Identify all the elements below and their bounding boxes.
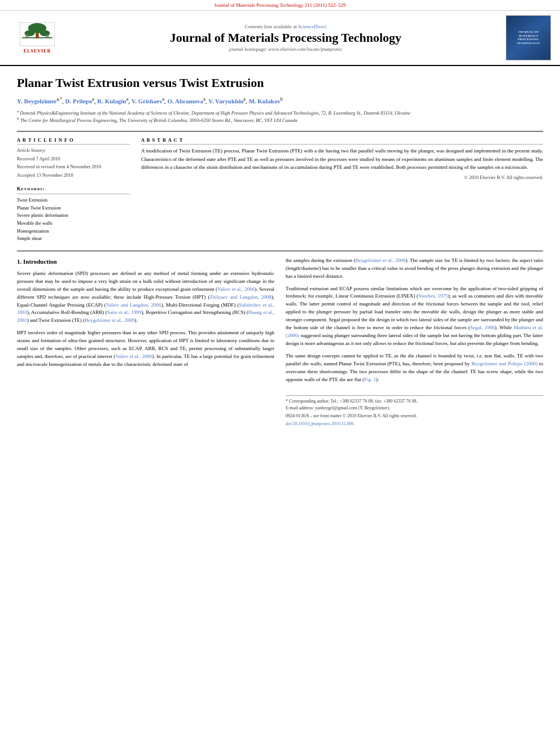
keyword-4: Movable die walls — [17, 220, 130, 228]
ref-beygelzimer-2009[interactable]: Beygelzimer et al., 2009 — [85, 317, 134, 323]
affil-b-text: The Centre for Metallurgical Process Eng… — [20, 117, 298, 123]
ref-huang-2001[interactable]: Huang et al., 2001 — [17, 309, 274, 323]
affiliation-b: b The Centre for Metallurgical Process E… — [17, 116, 543, 124]
ref-zhilyaev-2008[interactable]: Zhilyaev and Langdon, 2008 — [209, 294, 271, 300]
abstract-heading: A B S T R A C T — [141, 137, 543, 145]
author-grishaev: V. Grishaev — [132, 97, 163, 104]
section1-title: 1. Introduction — [17, 257, 274, 267]
article-title: Planar Twist Extrusion versus Twist Extr… — [17, 75, 543, 91]
history-label: Article history: — [17, 147, 130, 155]
body-para-3: the samples during the extrusion (Beygel… — [286, 257, 543, 281]
doi-line: doi:10.1016/j.jmatprotec.2010.11.006 — [286, 421, 543, 427]
doi-link[interactable]: doi:10.1016/j.jmatprotec.2010.11.006 — [286, 421, 354, 426]
affiliation-a: a Donetsk Physics&Engineering Institute … — [17, 109, 543, 117]
keywords-block: Keywords: Twist Extrusion Planar Twist E… — [17, 185, 130, 243]
header-divider — [17, 131, 543, 132]
keyword-1: Twist Extrusion — [17, 196, 130, 204]
body-col-right: the samples during the extrusion (Beygel… — [286, 257, 543, 428]
elsevier-label: ELSEVIER — [24, 49, 51, 54]
received-date: Received 7 April 2010 — [17, 155, 130, 163]
keyword-2: Planar Twist Extrusion — [17, 204, 130, 212]
body-col-left: 1. Introduction Severe plastic deformati… — [17, 257, 274, 428]
keywords-heading: Keywords: — [17, 185, 130, 195]
keyword-6: Simple shear — [17, 235, 130, 243]
journal-homepage-text: journal homepage: www.elsevier.com/locat… — [229, 46, 343, 52]
sciencedirect-anchor[interactable]: ScienceDirect — [298, 24, 326, 29]
author-prilepo: D. Prilepo — [65, 97, 93, 104]
ref-saito-1999[interactable]: Saito et al., 1999 — [107, 309, 142, 315]
abstract-column: A B S T R A C T A modification of Twist … — [141, 137, 543, 243]
author-kulakov: M. Kulakov — [248, 97, 280, 104]
body-columns: 1. Introduction Severe plastic deformati… — [17, 257, 543, 428]
email-address: E-mail address: yanheygel@gmail.com (Y. … — [286, 405, 543, 412]
corresponding-author: * Corresponding author. Tel.: +380 62337… — [286, 398, 543, 405]
journal-thumbnail: JOURNAL OFMATERIALSPROCESSINGTECHNOLOGY — [506, 15, 551, 60]
keyword-5: Homogenization — [17, 228, 130, 235]
footnote-area: * Corresponding author. Tel.: +380 62337… — [286, 395, 543, 412]
abstract-text: A modification of Twist Extrusion (TE) p… — [141, 147, 543, 171]
keyword-3: Severe plastic deformation — [17, 212, 130, 220]
affil-a-text: Donetsk Physics&Engineering Institute of… — [20, 110, 410, 116]
publisher-logo-area: ELSEVIER — [9, 22, 65, 54]
ref-beygelzimer-2009b[interactable]: Beygelzimer et al., 2009 — [356, 257, 406, 263]
body-para-1: Severe plastic deformation (SPD) process… — [17, 270, 274, 325]
ref-valiev-langdon-2006[interactable]: Valiev and Langdon, 2006 — [106, 302, 161, 308]
elsevier-logo-icon — [18, 22, 57, 47]
ref-voorhes-1975[interactable]: Voorhes, 1975 — [418, 293, 448, 299]
svg-point-5 — [25, 35, 28, 38]
journal-title-area: Contents lists available at ScienceDirec… — [65, 24, 506, 52]
author-kulagin: R. Kulagin — [97, 97, 126, 104]
ref-valiev-2006[interactable]: Valiev et al., 2006 — [217, 286, 255, 292]
body-para-4: Traditional extrusion and ECAP possess s… — [286, 285, 543, 348]
article-info-heading: A R T I C L E I N F O — [17, 137, 130, 145]
copyright-notice: 0924-0136/$ – see front matter © 2010 El… — [286, 413, 417, 418]
copyright-notice-line: 0924-0136/$ – see front matter © 2010 El… — [286, 413, 543, 420]
ref-fig1[interactable]: Fig. 1 — [364, 377, 376, 382]
ref-beygelzimer-prilepo-2006[interactable]: Beygelzimer and Prilepo (2006) — [471, 361, 537, 366]
article-history: Article history: Received 7 April 2010 R… — [17, 147, 130, 179]
sciencedirect-link: Contents lists available at ScienceDirec… — [65, 24, 506, 29]
journal-citation: Journal of Materials Processing Technolo… — [214, 2, 345, 8]
svg-point-6 — [46, 35, 49, 38]
main-content: Planar Twist Extrusion versus Twist Extr… — [0, 66, 560, 437]
article-info-column: A R T I C L E I N F O Article history: R… — [17, 137, 130, 243]
author-varyukhin: V. Varyukhin — [208, 97, 243, 104]
abstract-copyright: © 2010 Elsevier B.V. All rights reserved… — [141, 174, 543, 180]
ref-mathieu-2006[interactable]: Mathieu et al. (2006) — [286, 325, 543, 338]
authors-line: Y. Beygelzimera,*, D. Prilepoa, R. Kulag… — [17, 96, 543, 106]
journal-citation-bar: Journal of Materials Processing Technolo… — [0, 0, 560, 11]
journal-header: ELSEVIER Contents lists available at Sci… — [0, 11, 560, 66]
author-beygelzimer: Y. Beygelzimer — [17, 97, 56, 104]
body-para-2: HPT involves order of magnitude higher p… — [17, 329, 274, 369]
revised-date: Received in revised form 4 November 2010 — [17, 163, 130, 171]
author-abramova: O. Abramova — [168, 97, 204, 104]
accepted-date: Accepted 13 November 2010 — [17, 172, 130, 180]
journal-homepage: journal homepage: www.elsevier.com/locat… — [65, 46, 506, 52]
sciencedirect-prefix: Contents lists available at — [245, 24, 298, 29]
body-para-5: The same design concepts cannot be appli… — [286, 352, 543, 384]
journal-title: Journal of Materials Processing Technolo… — [65, 30, 506, 45]
affiliations: a Donetsk Physics&Engineering Institute … — [17, 109, 543, 124]
abstract-divider — [17, 251, 543, 251]
article-info-abstract-section: A R T I C L E I N F O Article history: R… — [17, 137, 543, 243]
ref-valiev-2006b[interactable]: Valiev et al., 2006 — [115, 353, 152, 359]
ref-segal-1996[interactable]: Segal, 1996 — [470, 325, 495, 330]
journal-thumb-text: JOURNAL OFMATERIALSPROCESSINGTECHNOLOGY — [517, 30, 540, 45]
